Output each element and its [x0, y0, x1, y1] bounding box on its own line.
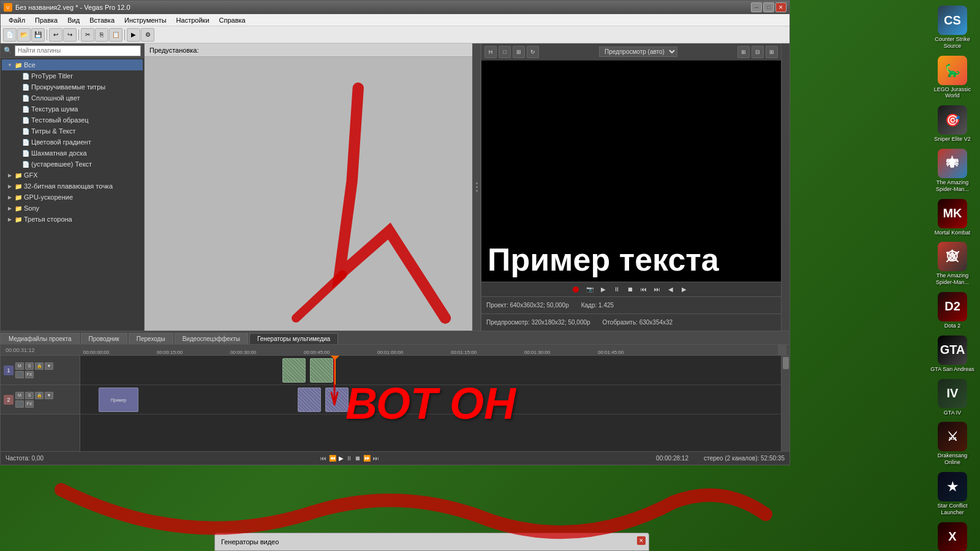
- track-vol-btn-1[interactable]: 🎵: [15, 371, 24, 378]
- tree-item-4[interactable]: 📄Текстура шума: [2, 103, 143, 114]
- tree-item-12[interactable]: ▶📁GPU-ускорение: [2, 192, 143, 203]
- preview-loop-btn[interactable]: ↻: [527, 46, 539, 58]
- preview-toggle-btn[interactable]: □: [499, 46, 511, 58]
- tree-item-14[interactable]: ▶📁Третья сторона: [2, 214, 143, 225]
- status-pause-btn[interactable]: ⏸: [346, 455, 352, 462]
- track-vol-btn-2[interactable]: 🎵: [15, 400, 24, 408]
- track-solo-btn-1[interactable]: S: [25, 362, 34, 370]
- track-fx-btn-2[interactable]: FX: [25, 400, 34, 408]
- tl-clip-1b[interactable]: [310, 358, 333, 383]
- desktop-icon-gta-san-andreas[interactable]: GTAGTA San Andreas: [928, 333, 977, 375]
- track-lock-btn-1[interactable]: 🔒: [35, 362, 43, 370]
- popup-close-button[interactable]: ✕: [637, 536, 646, 545]
- desktop-icon-dota2[interactable]: D2Dota 2: [928, 290, 977, 332]
- timeline-scrollbar[interactable]: [781, 356, 790, 451]
- tree-item-2[interactable]: 📄Прокручиваемые титры: [2, 81, 143, 92]
- status-play2-btn[interactable]: ▶: [339, 455, 344, 462]
- tree-item-1[interactable]: 📄ProType Titler: [2, 70, 143, 81]
- preview-next-btn[interactable]: ⏭: [652, 284, 663, 295]
- desktop-icon-lego-jurassic[interactable]: 🦕LEGO Jurassic World: [928, 53, 977, 102]
- desktop-icon-counter-strike[interactable]: CSCounter Strike Source: [928, 3, 977, 52]
- status-next-btn[interactable]: ⏩: [363, 455, 371, 462]
- track-mute-btn-1[interactable]: M: [15, 362, 24, 370]
- menu-edit[interactable]: Правка: [30, 15, 62, 25]
- desktop-icon-amazing-spiderman1[interactable]: 🕷The Amazing Spider-Man...: [928, 146, 977, 195]
- tl-clip-2b[interactable]: [298, 388, 321, 412]
- menu-settings[interactable]: Настройки: [172, 15, 214, 25]
- preview-next-frame-btn[interactable]: ▶: [679, 284, 690, 295]
- open-btn[interactable]: 📂: [17, 28, 31, 42]
- preview-snapshot-btn[interactable]: 📷: [584, 284, 595, 295]
- menu-tools[interactable]: Инструменты: [119, 15, 172, 25]
- redo-btn[interactable]: ↪: [63, 28, 77, 42]
- tree-item-0[interactable]: ▼📁Все: [2, 59, 143, 70]
- preview-zoom-btn[interactable]: ⊟: [752, 46, 764, 58]
- copy-btn[interactable]: ⎘: [95, 28, 108, 42]
- status-end-btn[interactable]: ⏭: [373, 455, 379, 462]
- preview-full-btn[interactable]: ⊞: [766, 46, 778, 58]
- preview-quality-select[interactable]: Предпросмотр (авто): [599, 47, 677, 57]
- menu-insert[interactable]: Вставка: [85, 15, 119, 25]
- preview-play-btn[interactable]: ▶: [598, 284, 609, 295]
- undo-btn[interactable]: ↩: [49, 28, 62, 42]
- tree-item-11[interactable]: ▶📁32-битная плавающая точка: [2, 181, 143, 192]
- track-solo-btn-2[interactable]: S: [25, 392, 34, 399]
- plugin-search-input[interactable]: [15, 45, 141, 56]
- drakensang-label: Drakensang Online: [930, 452, 974, 466]
- maximize-button[interactable]: □: [763, 2, 774, 12]
- track-expand-btn-1[interactable]: ▼: [45, 362, 53, 370]
- tree-item-7[interactable]: 📄Цветовой градиент: [2, 137, 143, 148]
- tree-expand-9: [14, 161, 20, 167]
- tree-item-9[interactable]: 📄(устаревшее) Текст: [2, 159, 143, 170]
- tl-clip-2a[interactable]: Пример: [99, 388, 138, 412]
- timeline-tab-3[interactable]: Видеоспецэффекты: [175, 333, 248, 344]
- tree-item-6[interactable]: 📄Титры & Текст: [2, 126, 143, 137]
- render-btn[interactable]: ▶: [127, 28, 140, 42]
- timeline-tab-1[interactable]: Проводник: [81, 333, 127, 344]
- menu-view[interactable]: Вид: [62, 15, 85, 25]
- preview-prev-btn[interactable]: ⏮: [638, 284, 649, 295]
- desktop-icon-drakensang[interactable]: ⚔Drakensang Online: [928, 419, 977, 468]
- desktop-icon-gta-iv[interactable]: IVGTA IV: [928, 377, 977, 419]
- preview-stop-btn[interactable]: ⏹: [625, 284, 636, 295]
- timeline-tab-4[interactable]: Генераторы мультимедиа: [249, 333, 338, 344]
- tree-item-10[interactable]: ▶📁GFX: [2, 170, 143, 181]
- tree-item-8[interactable]: 📄Шахматная доска: [2, 148, 143, 159]
- tree-item-5[interactable]: 📄Тестовый образец: [2, 114, 143, 126]
- track-fx-btn-1[interactable]: FX: [25, 371, 34, 378]
- preview-ext-btn[interactable]: ⊞: [513, 46, 525, 58]
- menu-file[interactable]: Файл: [4, 15, 30, 25]
- track-lock-btn-2[interactable]: 🔒: [35, 392, 43, 399]
- cut-btn[interactable]: ✂: [81, 28, 94, 42]
- track-mute-btn-2[interactable]: M: [15, 392, 24, 399]
- preview-scrollbar[interactable]: [781, 43, 790, 331]
- status-stop-btn[interactable]: ⏹: [355, 455, 361, 462]
- tl-clip-2c[interactable]: [325, 388, 349, 412]
- panel-divider[interactable]: [472, 43, 481, 331]
- close-button[interactable]: ✕: [775, 2, 786, 12]
- save-btn[interactable]: 💾: [31, 28, 45, 42]
- paste-btn[interactable]: 📋: [109, 28, 123, 42]
- status-play-btn[interactable]: ⏮: [320, 455, 326, 462]
- minimize-button[interactable]: ─: [751, 2, 762, 12]
- timeline-scroll-thumb[interactable]: [783, 357, 789, 369]
- new-btn[interactable]: 📄: [3, 28, 17, 42]
- preview-grid-btn[interactable]: ⊞: [737, 46, 750, 58]
- desktop-icon-amazing-spiderman2[interactable]: 🕸The Amazing Spider-Man...: [928, 239, 977, 288]
- status-prev-btn[interactable]: ⏪: [329, 455, 336, 462]
- desktop-icon-mortal-kombat[interactable]: MKMortal Kombat: [928, 197, 977, 239]
- timeline-tab-0[interactable]: Медиафайлы проекта: [1, 333, 80, 344]
- desktop-icon-sniper-elite[interactable]: 🎯Sniper Elite V2: [928, 103, 977, 145]
- timeline-tab-2[interactable]: Переходы: [129, 333, 173, 344]
- menu-help[interactable]: Справка: [214, 15, 251, 25]
- track-expand-btn-2[interactable]: ▼: [45, 392, 53, 399]
- preview-settings-btn[interactable]: H: [484, 46, 497, 58]
- tl-clip-1a[interactable]: [282, 358, 306, 383]
- tree-item-13[interactable]: ▶📁Sony: [2, 203, 143, 214]
- desktop-icon-mortal-kombat-x[interactable]: XMortal Kombat X: [928, 520, 977, 551]
- desktop-icon-star-conflict[interactable]: ★Star Conflict Launcher: [928, 470, 977, 519]
- properties-btn[interactable]: ⚙: [141, 28, 154, 42]
- tree-item-3[interactable]: 📄Сплошной цвет: [2, 92, 143, 103]
- preview-pause-btn[interactable]: ⏸: [611, 284, 622, 295]
- preview-prev-frame-btn[interactable]: ◀: [665, 284, 676, 295]
